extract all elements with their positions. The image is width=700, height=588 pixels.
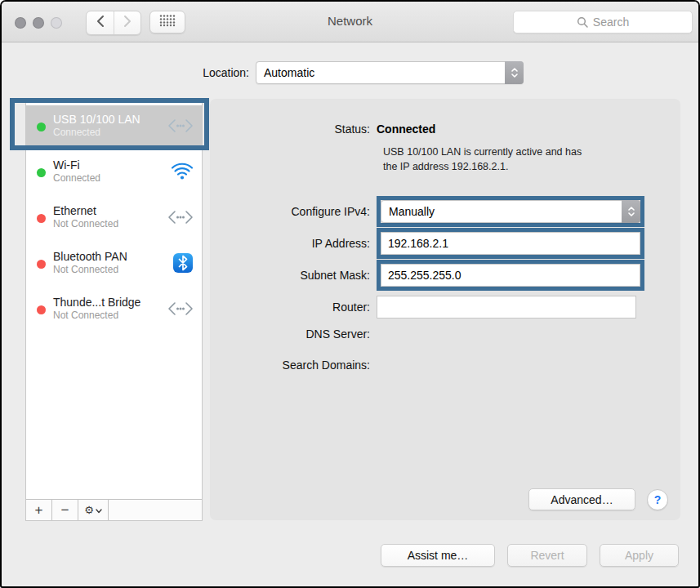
status-label: Status: [210, 122, 377, 136]
chevron-down-icon [96, 509, 102, 514]
configure-ipv4-row: Configure IPv4: Manually [210, 196, 644, 227]
service-list-toolbar: + − ⚙ [26, 499, 202, 520]
location-label: Location: [2, 66, 249, 79]
help-button[interactable]: ? [647, 489, 668, 510]
sidebar-item-bluetooth-pan[interactable]: Bluetooth PAN Not Connected [26, 243, 202, 283]
sidebar-item-usb-lan[interactable]: USB 10/100 LAN Connected [26, 105, 202, 146]
advanced-button[interactable]: Advanced… [528, 488, 635, 510]
service-name: Wi-Fi [53, 158, 167, 172]
window-footer: Assist me… Revert Apply [381, 544, 679, 567]
ethernet-icon [167, 301, 194, 316]
dns-server-label: DNS Server: [210, 327, 377, 341]
service-detail-pane: Status: Connected USB 10/100 LAN is curr… [210, 99, 680, 520]
router-row: Router: [210, 296, 636, 318]
stepper-arrows-icon [622, 200, 640, 223]
detail-pane-footer: Advanced… ? [528, 488, 668, 510]
ethernet-icon [167, 210, 194, 225]
gear-icon: ⚙ [84, 501, 94, 520]
ip-address-field[interactable] [381, 232, 640, 255]
configure-ipv4-value: Manually [389, 205, 435, 218]
service-status: Not Connected [53, 310, 164, 322]
sidebar-item-ethernet[interactable]: Ethernet Not Connected [26, 197, 202, 238]
status-dot-red [37, 305, 46, 314]
sidebar-item-thunderbolt-bridge[interactable]: Thunde...t Bridge Not Connected [26, 288, 202, 329]
ip-address-label: IP Address: [210, 237, 377, 250]
ethernet-icon [167, 118, 194, 133]
sidebar-item-wifi[interactable]: Wi-Fi Connected [26, 151, 202, 192]
location-value: Automatic [264, 66, 314, 79]
search-icon [577, 16, 589, 29]
status-value: Connected [377, 122, 435, 136]
window-body: Location: Automatic USB 10/100 LAN Conne… [2, 42, 698, 586]
revert-button[interactable]: Revert [507, 544, 587, 567]
search-input[interactable]: Search [513, 11, 693, 33]
status-dot-red [37, 260, 46, 269]
service-status: Not Connected [53, 218, 164, 230]
router-label: Router: [210, 301, 377, 314]
search-domains-row: Search Domains: [210, 359, 377, 372]
service-name: Bluetooth PAN [53, 250, 169, 264]
search-placeholder: Search [593, 16, 629, 29]
annotation-subnet-mask [377, 260, 644, 291]
title-bar: Network Search [2, 2, 698, 42]
subnet-mask-row: Subnet Mask: [210, 260, 644, 291]
configure-ipv4-dropdown[interactable]: Manually [381, 200, 640, 223]
status-dot-green [37, 168, 46, 177]
bluetooth-icon [172, 252, 194, 274]
apply-button[interactable]: Apply [600, 544, 679, 567]
service-name: Ethernet [53, 204, 164, 218]
search-domains-label: Search Domains: [210, 359, 377, 372]
service-status: Connected [53, 127, 164, 139]
location-row: Location: Automatic [2, 61, 524, 84]
service-actions-button[interactable]: ⚙ [78, 500, 109, 520]
configure-ipv4-label: Configure IPv4: [210, 205, 377, 218]
network-services-sidebar: USB 10/100 LAN Connected Wi-Fi Connected [25, 98, 203, 521]
service-name: USB 10/100 LAN [53, 113, 164, 127]
annotation-configure-ipv4: Manually [377, 196, 644, 227]
stepper-arrows-icon [505, 61, 524, 84]
wifi-icon [171, 163, 194, 180]
status-description: USB 10/100 LAN is currently active and h… [383, 145, 620, 174]
subnet-mask-label: Subnet Mask: [210, 269, 377, 282]
status-dot-green [37, 122, 46, 131]
annotation-ip-address [377, 228, 644, 259]
service-status: Not Connected [53, 264, 169, 276]
status-dot-red [37, 214, 46, 223]
location-dropdown[interactable]: Automatic [256, 61, 524, 84]
status-row: Status: Connected [210, 122, 435, 136]
add-service-button[interactable]: + [26, 500, 52, 520]
network-preferences-window: Network Search Location: Automatic [0, 0, 700, 588]
assist-me-button[interactable]: Assist me… [381, 544, 495, 567]
ip-address-row: IP Address: [210, 228, 644, 259]
service-status: Connected [53, 172, 167, 185]
service-list: USB 10/100 LAN Connected Wi-Fi Connected [26, 99, 202, 329]
remove-service-button[interactable]: − [52, 500, 78, 520]
dns-server-row: DNS Server: [210, 327, 377, 341]
service-name: Thunde...t Bridge [53, 296, 164, 310]
subnet-mask-field[interactable] [381, 264, 640, 287]
router-field[interactable] [377, 296, 636, 318]
